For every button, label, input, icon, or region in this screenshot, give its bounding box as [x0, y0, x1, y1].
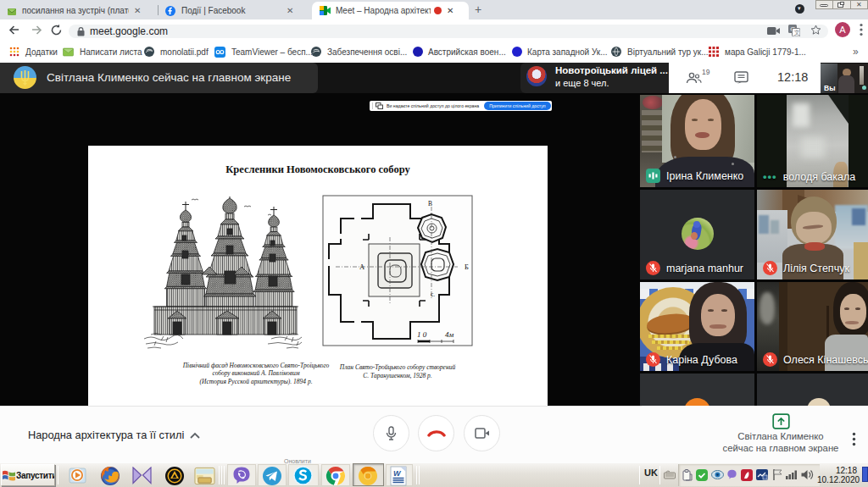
svg-text:В: В: [428, 200, 432, 208]
svg-text:文: 文: [794, 29, 800, 36]
svg-text:Б: Б: [465, 263, 469, 271]
svg-text:4м: 4м: [445, 330, 454, 339]
svg-text:А: А: [359, 263, 365, 271]
svg-text:с.: с.: [431, 291, 435, 298]
svg-text:1 0: 1 0: [417, 330, 427, 339]
